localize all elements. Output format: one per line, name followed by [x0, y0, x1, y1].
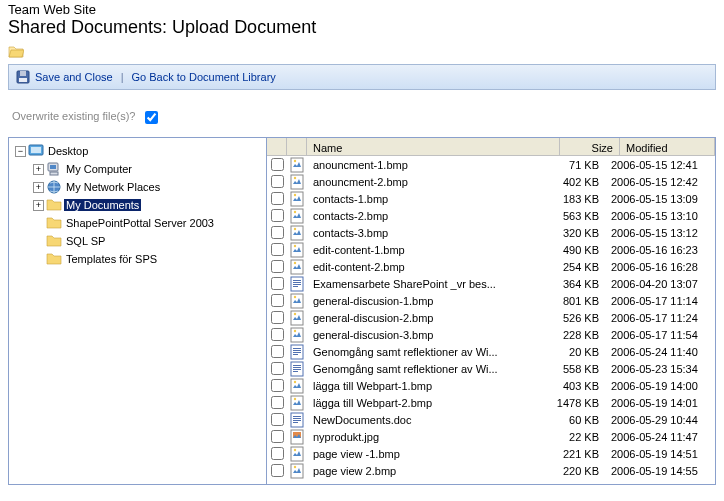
expand-icon[interactable]: +: [33, 182, 44, 193]
file-row[interactable]: contacts-1.bmp183 KB2006-05-15 13:09: [267, 190, 715, 207]
go-back-link[interactable]: Go Back to Document Library: [132, 71, 276, 83]
tree-node[interactable]: Templates för SPS: [33, 251, 159, 267]
file-type-icon: [287, 361, 307, 377]
file-size: 1478 KB: [545, 397, 605, 409]
file-name: NewDocuments.doc: [307, 414, 545, 426]
file-checkbox[interactable]: [271, 396, 284, 409]
column-modified[interactable]: Modified: [620, 138, 715, 155]
site-title: Team Web Site: [8, 2, 716, 17]
file-name: contacts-1.bmp: [307, 193, 545, 205]
file-checkbox[interactable]: [271, 209, 284, 222]
file-row[interactable]: page view 2.bmp220 KB2006-05-19 14:55: [267, 462, 715, 479]
folder-tree-pane: − Desktop +My Computer+My Network Places…: [9, 138, 267, 484]
overwrite-checkbox[interactable]: [145, 111, 158, 124]
tree-label: Desktop: [46, 145, 90, 157]
file-checkbox[interactable]: [271, 158, 284, 171]
collapse-icon[interactable]: −: [15, 146, 26, 157]
file-name: contacts-3.bmp: [307, 227, 545, 239]
tree-node[interactable]: +My Documents: [33, 197, 141, 213]
file-row[interactable]: Genomgång samt reflektioner av Wi...558 …: [267, 360, 715, 377]
file-checkbox[interactable]: [271, 311, 284, 324]
file-modified: 2006-05-17 11:54: [605, 329, 715, 341]
file-checkbox[interactable]: [271, 430, 284, 443]
file-row[interactable]: anouncment-2.bmp402 KB2006-05-15 12:42: [267, 173, 715, 190]
desktop-icon: [28, 143, 44, 159]
file-size: 71 KB: [545, 159, 605, 171]
file-row[interactable]: page view -1.bmp221 KB2006-05-19 14:51: [267, 445, 715, 462]
file-list-body[interactable]: anouncment-1.bmp71 KB2006-05-15 12:41ano…: [267, 156, 715, 484]
toolbar: Save and Close | Go Back to Document Lib…: [8, 64, 716, 90]
file-row[interactable]: NewDocuments.doc60 KB2006-05-29 10:44: [267, 411, 715, 428]
file-checkbox[interactable]: [271, 277, 284, 290]
file-size: 403 KB: [545, 380, 605, 392]
file-row[interactable]: general-discusion-3.bmp228 KB2006-05-17 …: [267, 326, 715, 343]
file-checkbox[interactable]: [271, 447, 284, 460]
file-type-icon: [287, 157, 307, 173]
expand-spacer: [33, 218, 44, 229]
file-size: 220 KB: [545, 465, 605, 477]
file-modified: 2006-05-19 14:01: [605, 397, 715, 409]
column-checkbox[interactable]: [267, 138, 287, 155]
tree-node[interactable]: +My Network Places: [33, 179, 162, 195]
file-row[interactable]: anouncment-1.bmp71 KB2006-05-15 12:41: [267, 156, 715, 173]
tree-node[interactable]: ShapePointPottal Server 2003: [33, 215, 216, 231]
file-modified: 2006-05-15 13:12: [605, 227, 715, 239]
file-list-header: Name Size Modified: [267, 138, 715, 156]
file-size: 183 KB: [545, 193, 605, 205]
column-name[interactable]: Name: [307, 138, 560, 155]
file-type-icon: [287, 259, 307, 275]
file-checkbox[interactable]: [271, 413, 284, 426]
file-checkbox[interactable]: [271, 226, 284, 239]
file-checkbox[interactable]: [271, 345, 284, 358]
file-checkbox[interactable]: [271, 379, 284, 392]
file-type-icon: [287, 174, 307, 190]
file-modified: 2006-05-19 14:00: [605, 380, 715, 392]
file-row[interactable]: Examensarbete SharePoint _vr bes...364 K…: [267, 275, 715, 292]
file-checkbox[interactable]: [271, 260, 284, 273]
file-checkbox[interactable]: [271, 328, 284, 341]
file-name: nyprodukt.jpg: [307, 431, 545, 443]
file-row[interactable]: nyprodukt.jpg22 KB2006-05-24 11:47: [267, 428, 715, 445]
tree-label: My Computer: [64, 163, 134, 175]
folder-icon: [46, 233, 62, 249]
file-row[interactable]: lägga till Webpart-1.bmp403 KB2006-05-19…: [267, 377, 715, 394]
expand-icon[interactable]: +: [33, 200, 44, 211]
file-row[interactable]: general-discusion-1.bmp801 KB2006-05-17 …: [267, 292, 715, 309]
file-modified: 2006-05-17 11:24: [605, 312, 715, 324]
file-type-icon: [287, 225, 307, 241]
file-row[interactable]: edit-content-1.bmp490 KB2006-05-16 16:23: [267, 241, 715, 258]
file-checkbox[interactable]: [271, 243, 284, 256]
file-size: 490 KB: [545, 244, 605, 256]
file-row[interactable]: general-discusion-2.bmp526 KB2006-05-17 …: [267, 309, 715, 326]
file-type-icon: [287, 310, 307, 326]
file-modified: 2006-05-24 11:40: [605, 346, 715, 358]
file-type-icon: [287, 208, 307, 224]
save-and-close-link[interactable]: Save and Close: [35, 71, 113, 83]
expand-icon[interactable]: +: [33, 164, 44, 175]
folder-icon: [46, 215, 62, 231]
file-row[interactable]: lägga till Webpart-2.bmp1478 KB2006-05-1…: [267, 394, 715, 411]
file-checkbox[interactable]: [271, 192, 284, 205]
column-icon[interactable]: [287, 138, 307, 155]
file-name: Genomgång samt reflektioner av Wi...: [307, 346, 545, 358]
file-checkbox[interactable]: [271, 362, 284, 375]
tree-node-desktop[interactable]: − Desktop: [15, 143, 90, 159]
file-size: 558 KB: [545, 363, 605, 375]
file-checkbox[interactable]: [271, 175, 284, 188]
tree-label: ShapePointPottal Server 2003: [64, 217, 216, 229]
tree-node[interactable]: +My Computer: [33, 161, 134, 177]
file-row[interactable]: edit-content-2.bmp254 KB2006-05-16 16:28: [267, 258, 715, 275]
file-name: lägga till Webpart-1.bmp: [307, 380, 545, 392]
file-modified: 2006-05-16 16:23: [605, 244, 715, 256]
file-row[interactable]: contacts-2.bmp563 KB2006-05-15 13:10: [267, 207, 715, 224]
file-name: contacts-2.bmp: [307, 210, 545, 222]
file-modified: 2006-05-29 10:44: [605, 414, 715, 426]
file-checkbox[interactable]: [271, 464, 284, 477]
column-size[interactable]: Size: [560, 138, 620, 155]
file-checkbox[interactable]: [271, 294, 284, 307]
file-row[interactable]: contacts-3.bmp320 KB2006-05-15 13:12: [267, 224, 715, 241]
file-size: 364 KB: [545, 278, 605, 290]
file-type-icon: [287, 344, 307, 360]
file-row[interactable]: Genomgång samt reflektioner av Wi...20 K…: [267, 343, 715, 360]
tree-node[interactable]: SQL SP: [33, 233, 107, 249]
